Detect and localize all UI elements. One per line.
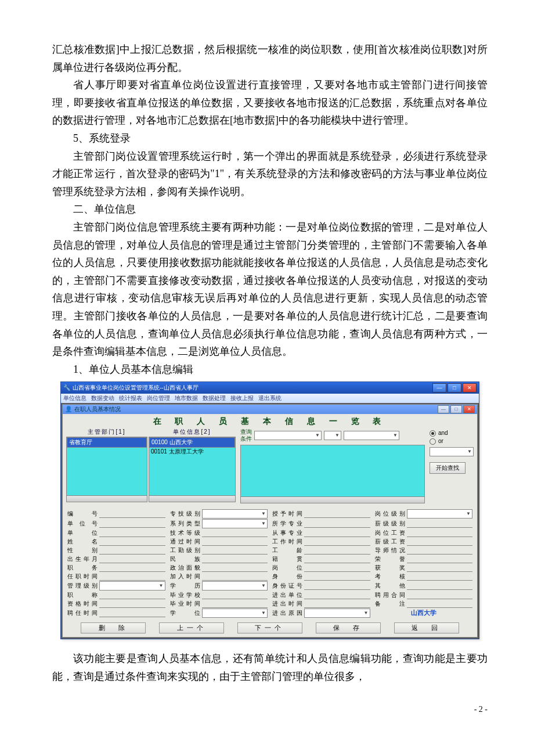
radio-and[interactable] <box>430 430 436 437</box>
save-button[interactable]: 保 存 <box>316 622 381 633</box>
field-hiretime[interactable] <box>99 609 165 617</box>
field-unit[interactable] <box>99 529 165 537</box>
field-remark[interactable] <box>407 600 473 608</box>
field-passtime[interactable] <box>202 538 268 546</box>
combo-edu[interactable]: ▼ <box>202 581 268 591</box>
menu-dataproc[interactable]: 数据处理 <box>203 395 226 402</box>
field-birth[interactable] <box>99 555 165 563</box>
combo-inoutreason[interactable]: ▼ <box>304 609 370 618</box>
lbl: 进出原因 <box>272 610 302 617</box>
field-duty[interactable] <box>99 564 165 572</box>
field-other[interactable] <box>407 582 473 590</box>
menu-unitinfo[interactable]: 单位信息 <box>63 395 86 402</box>
field-post[interactable] <box>304 564 370 572</box>
child-minimize-button[interactable]: ― <box>438 405 449 413</box>
menu-report[interactable]: 统计报表 <box>119 395 142 402</box>
radio-or[interactable] <box>430 438 436 445</box>
field-engagemajor[interactable] <box>304 529 370 537</box>
field-politics[interactable] <box>202 564 268 572</box>
field-idcard[interactable] <box>304 582 370 590</box>
field-qualifytime[interactable] <box>99 600 165 608</box>
combo-techlevel[interactable]: ▼ <box>202 509 268 519</box>
dept-listbox[interactable]: 省教育厅 <box>66 437 147 496</box>
menu-datachange[interactable]: 数据变动 <box>91 395 114 402</box>
field-unitid[interactable] <box>99 520 165 528</box>
extra-select[interactable]: ▼ <box>430 447 474 456</box>
lbl: 出生年月 <box>67 556 98 563</box>
lbl: 毕业学校 <box>170 592 200 599</box>
unit-listbox[interactable]: 00100 山西大学 00101 太原理工大学 <box>149 437 236 496</box>
lbl: 系列类型 <box>170 520 200 527</box>
close-button[interactable]: ✕ <box>463 383 477 393</box>
child-close-button[interactable]: ✕ <box>463 405 475 413</box>
menu-receive[interactable]: 接收上报 <box>230 395 254 402</box>
field-gradtime[interactable] <box>202 600 268 608</box>
result-scrollbar-h[interactable] <box>240 497 425 503</box>
dept-scrollbar[interactable] <box>66 496 147 502</box>
field-workerlevel[interactable] <box>202 546 268 555</box>
field-nation[interactable] <box>202 555 268 563</box>
field-tutor[interactable] <box>407 546 473 555</box>
lbl: 姓 名 <box>67 538 98 545</box>
result-listbox[interactable] <box>240 445 425 497</box>
field-title[interactable] <box>99 591 165 599</box>
lbl: 政治面貌 <box>170 564 200 571</box>
query-field-select[interactable]: ▼ <box>254 431 322 440</box>
lbl: 进出单位 <box>272 592 302 599</box>
lbl: 学 位 <box>170 610 200 617</box>
dept-label: 主管部门[1] <box>66 429 147 435</box>
field-jointime[interactable] <box>202 573 268 581</box>
lbl: 职 称 <box>67 592 98 599</box>
query-op-select[interactable]: ▼ <box>324 431 341 440</box>
combo-degree[interactable]: ▼ <box>202 609 268 618</box>
unit-item[interactable]: 00100 山西大学 <box>149 437 235 448</box>
field-award[interactable] <box>407 564 473 572</box>
lbl: 管理级别 <box>67 582 98 589</box>
dept-item[interactable]: 省教育厅 <box>67 437 147 448</box>
lbl: 导师情况 <box>375 547 405 554</box>
field-assess[interactable] <box>407 573 473 581</box>
field-techgrade[interactable] <box>202 529 268 537</box>
field-worktime[interactable] <box>304 538 370 546</box>
field-postsalary[interactable] <box>407 529 473 537</box>
field-identity[interactable] <box>304 573 370 581</box>
field-seniority[interactable] <box>304 546 370 555</box>
field-native[interactable] <box>304 555 370 563</box>
back-button[interactable]: 返 回 <box>394 622 459 633</box>
field-paylevel[interactable] <box>407 520 473 528</box>
delete-button[interactable]: 删 除 <box>81 622 146 633</box>
field-contract[interactable] <box>407 591 473 599</box>
menu-exit[interactable]: 退出系统 <box>258 395 282 402</box>
field-major[interactable] <box>304 520 370 528</box>
lbl: 获 奖 <box>375 564 405 571</box>
field-name[interactable] <box>99 538 165 546</box>
field-id[interactable] <box>99 510 165 518</box>
combo-postlevel[interactable]: ▼ <box>407 509 473 519</box>
field-dutytime[interactable] <box>99 573 165 581</box>
child-titlebar[interactable]: 👤 在职人员基本情况 ― □ ✕ <box>63 405 477 414</box>
minimize-button[interactable]: ― <box>432 383 446 393</box>
lbl: 性 别 <box>67 547 98 554</box>
menu-post[interactable]: 岗位管理 <box>147 395 170 402</box>
query-value-select[interactable]: ▼ <box>344 431 399 440</box>
lbl: 聘任时间 <box>67 610 98 617</box>
field-sex[interactable] <box>99 546 165 555</box>
child-maximize-button[interactable]: □ <box>450 405 462 413</box>
page-number: - 2 - <box>52 703 488 717</box>
unit-item[interactable]: 00101 太原理工大学 <box>149 448 235 456</box>
maximize-button[interactable]: □ <box>448 383 461 393</box>
field-levelsalary[interactable] <box>407 538 473 546</box>
field-inoutunit[interactable] <box>304 591 370 599</box>
field-inouttime[interactable] <box>304 600 370 608</box>
menu-citydata[interactable]: 地市数据 <box>175 395 198 402</box>
combo-seriestype[interactable]: ▼ <box>202 519 268 528</box>
prev-button[interactable]: 上一个 <box>159 622 224 633</box>
field-gradschool[interactable] <box>202 591 268 599</box>
field-granttime[interactable] <box>304 510 370 518</box>
unit-scrollbar[interactable] <box>149 496 236 502</box>
combo-mgmtlevel[interactable]: ▼ <box>99 581 165 591</box>
search-button[interactable]: 开始查找 <box>430 462 466 474</box>
field-honor[interactable] <box>407 555 473 563</box>
next-button[interactable]: 下一个 <box>237 622 302 633</box>
titlebar[interactable]: 🔧 山西省事业单位岗位设置管理系统--山西省人事厅 ― □ ✕ <box>61 382 479 394</box>
